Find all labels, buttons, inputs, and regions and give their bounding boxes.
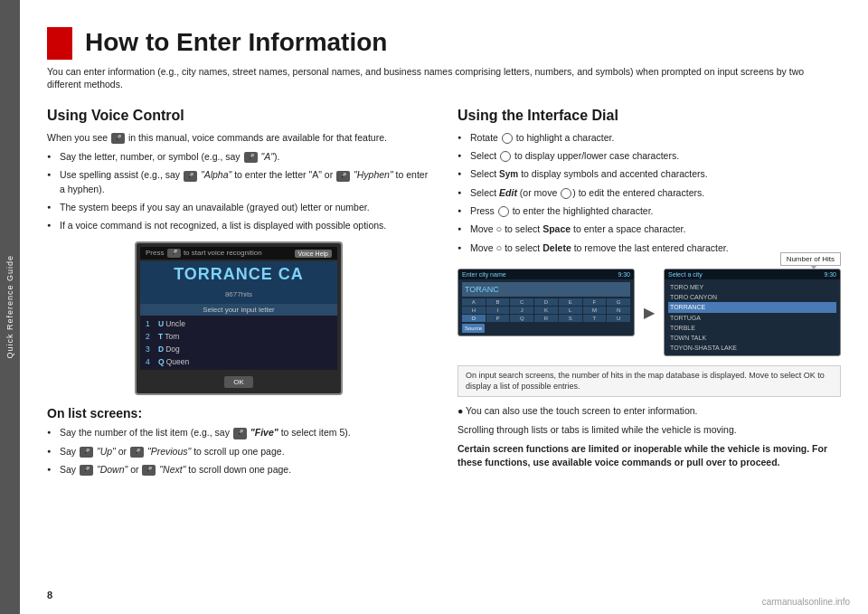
move-dial-icon [561, 188, 571, 199]
left-screen-header: Enter city name 9:30 [458, 269, 634, 279]
two-columns: Using Voice Control When you see 🎤 in th… [47, 108, 841, 596]
hits-label: Number of Hits [780, 252, 841, 266]
sidebar: Quick Reference Guide [0, 0, 20, 614]
select-letter-label: Select your input letter [140, 304, 337, 316]
item-num-4: 4 [146, 357, 155, 366]
list-item-3: 3 D Dog [140, 343, 337, 355]
voice-icon-list-3: 🎤 [130, 447, 144, 458]
press-dial-icon [498, 206, 509, 217]
intro-text: You can enter information (e.g., city na… [47, 65, 825, 91]
voice-icon-small: 🎤 [167, 249, 181, 258]
item-letter-4: Q [158, 357, 165, 366]
key-l: L [559, 307, 582, 314]
key-q: Q [510, 315, 533, 322]
voice-icon-3: 🎤 [336, 171, 350, 182]
dual-screens: Enter city name 9:30 TORANC A B C [458, 269, 841, 356]
key-b: B [486, 298, 510, 306]
key-e: E [559, 298, 582, 306]
on-list-bullet-2: Say 🎤 "Up" or 🎤 "Previous" to scroll up … [47, 445, 430, 458]
main-content: How to Enter Information You can enter i… [20, 0, 868, 614]
voice-icon-list-2: 🎤 [80, 447, 93, 458]
key-d: D [534, 298, 558, 306]
city-item-1: TORO MEY [668, 282, 836, 292]
key-k: K [534, 307, 558, 314]
input-display: TORANC [462, 282, 630, 297]
item-letter-3: D [158, 345, 164, 354]
sidebar-label: Quick Reference Guide [5, 255, 14, 359]
voice-icon-list-1: 🎤 [233, 428, 247, 439]
bullet-1: Say the letter, number, or symbol (e.g.,… [47, 150, 430, 164]
bullet-3: The system beeps if you say an unavailab… [47, 201, 430, 214]
bottom-controls: Source [462, 324, 630, 333]
torrance-city-text: TORRANCE CA [147, 265, 330, 284]
key-r: R [534, 315, 558, 322]
key-o: O [462, 315, 486, 322]
dial-bullet-1: Rotate to highlight a character. [458, 131, 841, 145]
city-item-2: TORO CANYON [668, 292, 836, 302]
key-a: A [462, 298, 486, 306]
item-num-2: 2 [146, 332, 155, 341]
city-item-4: TORTUGA [668, 313, 836, 323]
source-btn: Source [462, 324, 485, 333]
city-item-3-highlighted: TORRANCE [668, 302, 836, 312]
warning-bold: Certain screen functions are limited or … [458, 443, 827, 468]
input-text: TORANC [465, 285, 499, 294]
dial-bullet-6: Move ○ to select Space to enter a space … [458, 222, 841, 237]
item-letter-2: T [158, 332, 163, 341]
city-item-7: TOYON-SHASTA LAKE [668, 343, 836, 353]
key-m: M [583, 307, 607, 314]
dial-bullet-5: Press to enter the highlighted character… [458, 204, 841, 218]
key-u: U [607, 315, 630, 322]
select-dial-icon-1 [500, 151, 511, 162]
dial-bullet-3: Select Sym to display symbols and accent… [458, 167, 841, 182]
caption-box: On input search screens, the number of h… [458, 365, 841, 397]
letter-list: 1 U Uncle 2 T Tom 3 D Dog [140, 316, 337, 370]
voice-control-title: Using Voice Control [47, 108, 430, 124]
voice-screen: Press 🎤 to start voice recognition Voice… [135, 241, 343, 395]
city-item-5: TORBLE [668, 323, 836, 333]
scrolling-note: Scrolling through lists or tabs is limit… [458, 423, 841, 437]
page-number: 8 [47, 590, 52, 600]
left-column: Using Voice Control When you see 🎤 in th… [47, 108, 430, 596]
ok-bar: OK [140, 370, 337, 390]
item-word-1: Uncle [165, 319, 185, 328]
key-c: C [510, 298, 533, 306]
sym-button: Sym [499, 168, 518, 182]
city-results-list: TORO MEY TORO CANYON TORRANCE TORTUGA TO… [668, 282, 836, 353]
key-p: P [486, 315, 510, 322]
warning-text: Certain screen functions are limited or … [458, 442, 841, 469]
voice-bullets: Say the letter, number, or symbol (e.g.,… [47, 150, 430, 232]
rotate-dial-icon [502, 133, 513, 144]
screen-header: Press 🎤 to start voice recognition Voice… [140, 247, 337, 260]
page-title: How to Enter Information [85, 27, 841, 58]
on-list-bullets: Say the number of the list item (e.g., s… [47, 426, 430, 477]
list-item-4: 4 Q Queen [140, 355, 337, 368]
interface-dial-title: Using the Interface Dial [458, 108, 841, 124]
item-word-3: Dog [165, 345, 180, 354]
right-screen-title: Select a city [668, 271, 703, 278]
item-num-1: 1 [146, 319, 155, 328]
red-bar-accent [47, 27, 72, 60]
caption-text: On input search screens, the number of h… [466, 371, 825, 392]
voice-icon-2: 🎤 [184, 171, 197, 182]
item-word-4: Queen [166, 357, 190, 366]
left-mini-screen: Enter city name 9:30 TORANC A B C [458, 269, 635, 336]
right-screen-header: Select a city 9:30 [665, 269, 840, 279]
key-t: T [583, 315, 607, 322]
voice-icon-list-5: 🎤 [142, 465, 156, 476]
dial-bullet-4: Select Edit (or move ) to edit the enter… [458, 186, 841, 200]
left-screen-body: TORANC A B C D E F G H [458, 279, 634, 335]
dual-screen-area: Number of Hits Enter city name 9:30 TORA… [458, 269, 841, 356]
dial-bullets: Rotate to highlight a character. Select … [458, 131, 841, 256]
item-num-3: 3 [146, 345, 155, 354]
voice-icon-inline: 🎤 [111, 133, 125, 144]
edit-button: Edit [499, 187, 517, 198]
key-g: G [607, 298, 630, 306]
bullet-4: If a voice command is not recognized, a … [47, 219, 430, 232]
bullet-2: Use spelling assist (e.g., say 🎤 "Alpha"… [47, 168, 430, 195]
screen-header-left: Press 🎤 to start voice recognition [146, 249, 262, 258]
list-item-1: 1 U Uncle [140, 317, 337, 330]
key-n: N [607, 307, 630, 314]
voice-icon-1: 🎤 [244, 152, 258, 163]
city-item-6: TOWN TALK [668, 333, 836, 343]
